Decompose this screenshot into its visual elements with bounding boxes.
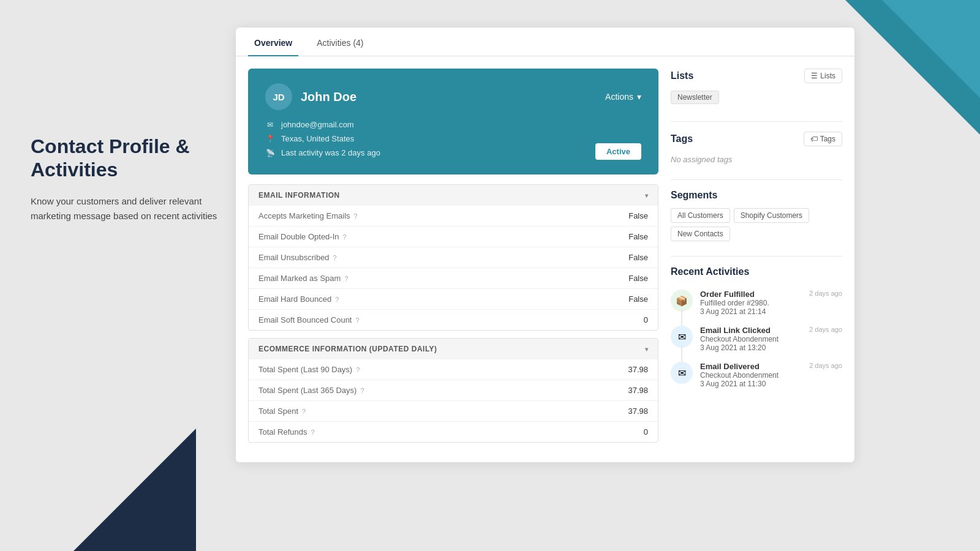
order-fulfilled-icon: 📦 <box>671 290 693 312</box>
email-info-table: Accepts Marketing Emails ? False Email D… <box>249 206 658 330</box>
segment-badge: All Customers <box>671 208 730 223</box>
table-row: Email Soft Bounced Count ? 0 <box>249 310 658 330</box>
activity-content: Email Link Clicked 2 days ago Checkout A… <box>700 326 842 352</box>
segments-title: Segments <box>671 190 717 201</box>
col-right: Lists ☰ Lists Newsletter Tags 🏷 <box>671 69 842 450</box>
email-delivered-icon: ✉ <box>671 362 693 384</box>
ecommerce-info-table: Total Spent (Last 90 Days) ? 37.98 Total… <box>249 359 658 442</box>
help-icon: ? <box>335 296 339 303</box>
recent-activities-title: Recent Activities <box>671 266 749 277</box>
help-icon: ? <box>344 275 348 282</box>
chevron-down-icon: ▾ <box>637 92 641 102</box>
activity-content: Order Fulfilled 2 days ago Fulfilled ord… <box>700 290 842 316</box>
lists-button[interactable]: ☰ Lists <box>804 69 842 83</box>
left-panel-description: Know your customers and deliver relevant… <box>31 194 227 223</box>
tab-activities[interactable]: Activities (4) <box>311 28 369 56</box>
help-icon: ? <box>311 429 315 436</box>
no-tags-text: No assigned tags <box>671 155 732 164</box>
divider-2 <box>671 179 842 180</box>
activity-icon: 📡 <box>265 149 275 157</box>
activity-list: 📦 Order Fulfilled 2 days ago Fulfilled o… <box>671 285 842 393</box>
left-panel: Contact Profile & Activities Know your c… <box>31 135 227 223</box>
contact-card: JD John Doe Actions ▾ ✉ johndoe@gmail.co… <box>248 69 658 174</box>
activity-content: Email Delivered 2 days ago Checkout Abon… <box>700 362 842 388</box>
table-row: Email Unsubscribed ? False <box>249 247 658 268</box>
col-left: JD John Doe Actions ▾ ✉ johndoe@gmail.co… <box>248 69 658 450</box>
email-link-clicked-icon: ✉ <box>671 326 693 348</box>
activity-item: ✉ Email Link Clicked 2 days ago Checkout… <box>671 321 842 357</box>
contact-location-row: 📍 Texas, United States <box>265 134 641 143</box>
lists-title: Lists <box>671 70 693 81</box>
contact-info: ✉ johndoe@gmail.com 📍 Texas, United Stat… <box>265 120 641 157</box>
table-row: Email Hard Bounced ? False <box>249 289 658 310</box>
segments-badges: All Customers Shopify Customers New Cont… <box>671 208 842 241</box>
lists-section: Lists ☰ Lists Newsletter <box>671 69 842 107</box>
activity-item: ✉ Email Delivered 2 days ago Checkout Ab… <box>671 357 842 393</box>
table-row: Total Spent (Last 365 Days) ? 37.98 <box>249 380 658 401</box>
help-icon: ? <box>354 212 358 220</box>
main-content: Overview Activities (4) JD John Doe Acti… <box>236 28 854 462</box>
content-layout: JD John Doe Actions ▾ ✉ johndoe@gmail.co… <box>236 56 854 462</box>
divider-3 <box>671 256 842 257</box>
contact-name-row: JD John Doe <box>265 83 356 110</box>
table-row: Total Spent ? 37.98 <box>249 401 658 422</box>
activity-item: 📦 Order Fulfilled 2 days ago Fulfilled o… <box>671 285 842 321</box>
tags-items: No assigned tags <box>671 154 842 165</box>
lists-header: Lists ☰ Lists <box>671 69 842 83</box>
table-row: Accepts Marketing Emails ? False <box>249 206 658 227</box>
tab-overview[interactable]: Overview <box>248 28 298 56</box>
contact-activity-row: 📡 Last activity was 2 days ago <box>265 148 641 157</box>
segments-section: Segments All Customers Shopify Customers… <box>671 190 842 241</box>
email-info-header[interactable]: EMAIL INFORMATION ▾ <box>249 185 658 206</box>
active-status-badge: Active <box>595 143 641 160</box>
contact-name: John Doe <box>301 90 356 104</box>
help-icon: ? <box>302 408 306 415</box>
email-info-section: EMAIL INFORMATION ▾ Accepts Marketing Em… <box>248 184 658 331</box>
ecommerce-info-header[interactable]: ECOMMERCE INFORMATION (UPDATED DAILY) ▾ <box>249 339 658 359</box>
tag-icon: 🏷 <box>810 135 818 143</box>
ecommerce-info-section: ECOMMERCE INFORMATION (UPDATED DAILY) ▾ … <box>248 338 658 443</box>
list-item: Newsletter <box>671 91 719 104</box>
ecommerce-section-chevron: ▾ <box>645 346 649 353</box>
email-section-chevron: ▾ <box>645 192 649 199</box>
table-row: Total Refunds ? 0 <box>249 422 658 442</box>
decorative-triangle-bottom-left <box>74 429 196 551</box>
location-icon: 📍 <box>265 135 275 143</box>
segment-badge: Shopify Customers <box>734 208 809 223</box>
table-row: Email Marked as Spam ? False <box>249 268 658 289</box>
list-icon: ☰ <box>811 72 818 80</box>
help-icon: ? <box>343 233 347 241</box>
help-icon: ? <box>360 387 364 394</box>
help-icon: ? <box>356 366 360 373</box>
tags-title: Tags <box>671 133 693 144</box>
table-row: Email Double Opted-In ? False <box>249 227 658 247</box>
decorative-triangle-inner <box>882 0 980 98</box>
tags-button[interactable]: 🏷 Tags <box>804 132 842 146</box>
contact-header: JD John Doe Actions ▾ <box>265 83 641 110</box>
segments-header: Segments <box>671 190 842 201</box>
help-icon: ? <box>333 254 337 261</box>
segment-badge: New Contacts <box>671 227 730 241</box>
table-row: Total Spent (Last 90 Days) ? 37.98 <box>249 359 658 380</box>
email-icon: ✉ <box>265 121 275 129</box>
tags-header: Tags 🏷 Tags <box>671 132 842 146</box>
actions-button[interactable]: Actions ▾ <box>605 92 641 102</box>
lists-items: Newsletter <box>671 91 842 107</box>
recent-activities-section: Recent Activities 📦 Order Fulfilled 2 da… <box>671 266 842 393</box>
contact-email-row: ✉ johndoe@gmail.com <box>265 120 641 129</box>
tabs-bar: Overview Activities (4) <box>236 28 854 56</box>
recent-activities-header: Recent Activities <box>671 266 842 277</box>
avatar: JD <box>265 83 292 110</box>
left-panel-heading: Contact Profile & Activities <box>31 135 227 182</box>
divider-1 <box>671 121 842 122</box>
help-icon: ? <box>355 317 359 324</box>
tags-section: Tags 🏷 Tags No assigned tags <box>671 132 842 165</box>
